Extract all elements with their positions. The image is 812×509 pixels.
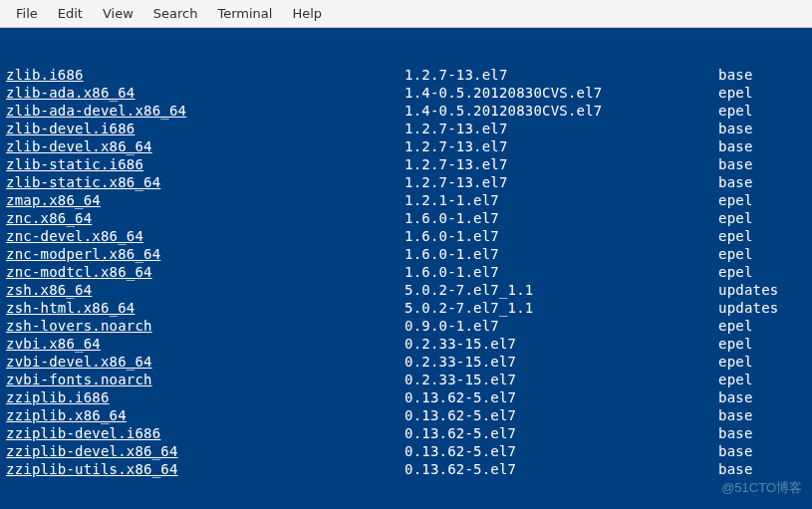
package-repo: updates <box>718 281 806 299</box>
package-row: zlib-static.i6861.2.7-13.el7base <box>6 155 806 173</box>
package-repo: epel <box>718 371 806 388</box>
menu-view[interactable]: View <box>93 2 143 25</box>
package-repo: epel <box>718 84 806 102</box>
package-name: zsh.x86_64 <box>6 281 405 299</box>
package-name: zlib.i686 <box>6 66 405 84</box>
package-version: 1.2.7-13.el7 <box>405 120 718 137</box>
package-version: 1.2.7-13.el7 <box>405 137 718 155</box>
package-repo: epel <box>718 209 806 227</box>
package-row: zziplib.x86_640.13.62-5.el7base <box>6 406 806 424</box>
package-row: zlib.i6861.2.7-13.el7base <box>6 66 806 84</box>
package-version: 0.2.33-15.el7 <box>405 335 718 353</box>
package-name: zlib-devel.x86_64 <box>6 137 405 155</box>
package-repo: base <box>718 173 806 191</box>
package-version: 1.6.0-1.el7 <box>405 227 718 245</box>
package-repo: base <box>718 137 806 155</box>
package-version: 1.2.7-13.el7 <box>405 155 718 173</box>
package-repo: base <box>718 120 806 137</box>
package-name: znc-modperl.x86_64 <box>6 245 405 263</box>
package-version: 0.2.33-15.el7 <box>405 371 718 388</box>
package-row: znc-modtcl.x86_641.6.0-1.el7epel <box>6 263 806 281</box>
package-repo: base <box>718 442 806 460</box>
package-version: 0.13.62-5.el7 <box>405 442 718 460</box>
package-row: znc.x86_641.6.0-1.el7epel <box>6 209 806 227</box>
package-repo: epel <box>718 335 806 353</box>
package-repo: base <box>718 66 806 84</box>
package-repo: base <box>718 155 806 173</box>
package-version: 0.13.62-5.el7 <box>405 406 718 424</box>
menu-terminal[interactable]: Terminal <box>207 2 282 25</box>
package-repo: base <box>718 388 806 406</box>
package-name: zvbi.x86_64 <box>6 335 405 353</box>
menubar: FileEditViewSearchTerminalHelp <box>0 0 812 28</box>
package-name: zlib-ada.x86_64 <box>6 84 405 102</box>
package-row: zziplib-utils.x86_640.13.62-5.el7base <box>6 460 806 478</box>
package-version: 0.2.33-15.el7 <box>405 353 718 371</box>
terminal-output[interactable]: zlib.i6861.2.7-13.el7basezlib-ada.x86_64… <box>0 28 812 509</box>
package-version: 1.4-0.5.20120830CVS.el7 <box>405 84 718 102</box>
package-version: 5.0.2-7.el7_1.1 <box>405 299 718 317</box>
menu-help[interactable]: Help <box>282 2 332 25</box>
package-version: 1.4-0.5.20120830CVS.el7 <box>405 102 718 120</box>
package-row: zsh-lovers.noarch0.9.0-1.el7epel <box>6 317 806 335</box>
package-version: 0.13.62-5.el7 <box>405 460 718 478</box>
package-name: zlib-static.i686 <box>6 155 405 173</box>
package-row: zziplib-devel.x86_640.13.62-5.el7base <box>6 442 806 460</box>
package-row: zlib-devel.i6861.2.7-13.el7base <box>6 120 806 137</box>
package-version: 5.0.2-7.el7_1.1 <box>405 281 718 299</box>
package-name: znc-modtcl.x86_64 <box>6 263 405 281</box>
package-name: zsh-html.x86_64 <box>6 299 405 317</box>
package-name: zvbi-devel.x86_64 <box>6 353 405 371</box>
package-repo: base <box>718 406 806 424</box>
package-name: zziplib-utils.x86_64 <box>6 460 405 478</box>
package-name: zziplib-devel.i686 <box>6 424 405 442</box>
package-name: zlib-static.x86_64 <box>6 173 405 191</box>
package-row: zmap.x86_641.2.1-1.el7epel <box>6 191 806 209</box>
package-name: zsh-lovers.noarch <box>6 317 405 335</box>
package-name: zmap.x86_64 <box>6 191 405 209</box>
package-row: zsh-html.x86_645.0.2-7.el7_1.1updates <box>6 299 806 317</box>
package-row: znc-modperl.x86_641.6.0-1.el7epel <box>6 245 806 263</box>
package-row: zvbi-devel.x86_640.2.33-15.el7epel <box>6 353 806 371</box>
package-row: zlib-ada-devel.x86_641.4-0.5.20120830CVS… <box>6 102 806 120</box>
menu-file[interactable]: File <box>6 2 48 25</box>
package-name: znc-devel.x86_64 <box>6 227 405 245</box>
package-row: zziplib.i6860.13.62-5.el7base <box>6 388 806 406</box>
package-repo: epel <box>718 102 806 120</box>
package-row: zlib-static.x86_641.2.7-13.el7base <box>6 173 806 191</box>
package-repo: epel <box>718 263 806 281</box>
package-row: zziplib-devel.i6860.13.62-5.el7base <box>6 424 806 442</box>
package-name: znc.x86_64 <box>6 209 405 227</box>
package-name: zziplib.i686 <box>6 388 405 406</box>
package-repo: epel <box>718 353 806 371</box>
package-row: zsh.x86_645.0.2-7.el7_1.1updates <box>6 281 806 299</box>
package-name: zziplib.x86_64 <box>6 406 405 424</box>
package-repo: epel <box>718 227 806 245</box>
package-name: zlib-ada-devel.x86_64 <box>6 102 405 120</box>
package-row: zvbi.x86_640.2.33-15.el7epel <box>6 335 806 353</box>
package-row: znc-devel.x86_641.6.0-1.el7epel <box>6 227 806 245</box>
package-row: zlib-ada.x86_641.4-0.5.20120830CVS.el7ep… <box>6 84 806 102</box>
package-version: 1.2.1-1.el7 <box>405 191 718 209</box>
package-version: 1.6.0-1.el7 <box>405 209 718 227</box>
package-repo: base <box>718 460 806 478</box>
package-repo: epel <box>718 191 806 209</box>
package-version: 1.2.7-13.el7 <box>405 66 718 84</box>
menu-search[interactable]: Search <box>143 2 208 25</box>
package-version: 0.13.62-5.el7 <box>405 388 718 406</box>
package-repo: base <box>718 424 806 442</box>
package-repo: updates <box>718 299 806 317</box>
package-name: zlib-devel.i686 <box>6 120 405 137</box>
package-repo: epel <box>718 245 806 263</box>
package-row: zvbi-fonts.noarch0.2.33-15.el7epel <box>6 371 806 388</box>
package-name: zvbi-fonts.noarch <box>6 371 405 388</box>
package-version: 0.9.0-1.el7 <box>405 317 718 335</box>
package-version: 1.6.0-1.el7 <box>405 263 718 281</box>
menu-edit[interactable]: Edit <box>48 2 93 25</box>
package-name: zziplib-devel.x86_64 <box>6 442 405 460</box>
package-version: 1.6.0-1.el7 <box>405 245 718 263</box>
package-version: 0.13.62-5.el7 <box>405 424 718 442</box>
package-version: 1.2.7-13.el7 <box>405 173 718 191</box>
package-row: zlib-devel.x86_641.2.7-13.el7base <box>6 137 806 155</box>
package-repo: epel <box>718 317 806 335</box>
